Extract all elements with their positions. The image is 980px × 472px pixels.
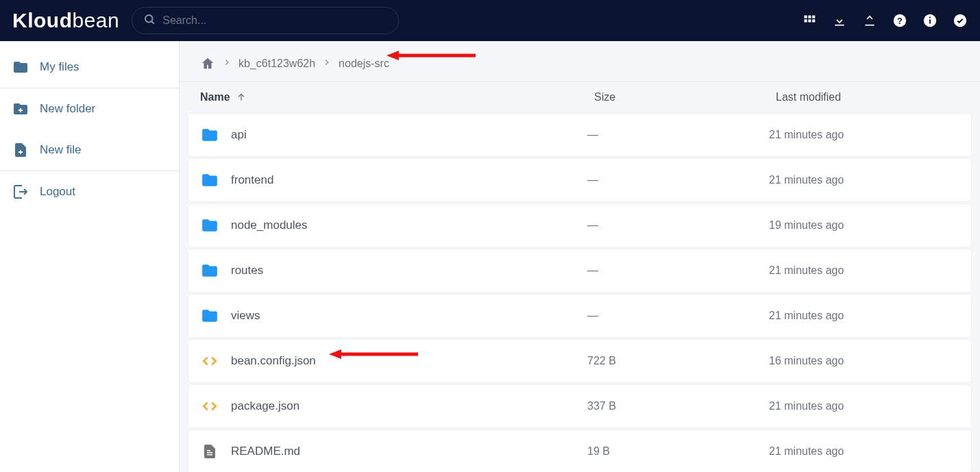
main-content: kb_c6t123w62h nodejs-src Name Size Last …: [180, 41, 980, 472]
table-row[interactable]: routes—21 minutes ago: [188, 249, 972, 293]
table-row[interactable]: node_modules—19 minutes ago: [188, 203, 972, 247]
file-modified: 21 minutes ago: [769, 445, 959, 458]
file-size: 722 B: [587, 355, 769, 367]
folder-icon: [201, 262, 219, 280]
file-name: api: [231, 128, 587, 142]
file-name: bean.config.json: [231, 354, 587, 368]
sort-asc-icon: [236, 92, 247, 103]
help-icon[interactable]: ?: [892, 13, 907, 28]
file-modified: 21 minutes ago: [769, 129, 959, 141]
svg-rect-4: [812, 16, 815, 18]
check-icon[interactable]: [953, 13, 968, 28]
file-modified: 21 minutes ago: [769, 400, 959, 412]
svg-line-1: [152, 21, 154, 23]
file-name: routes: [231, 264, 587, 277]
svg-rect-13: [929, 19, 931, 23]
home-icon[interactable]: [200, 56, 215, 71]
code-file-icon: [201, 352, 219, 370]
svg-rect-2: [805, 16, 807, 18]
svg-point-0: [145, 15, 153, 23]
apps-icon[interactable]: [802, 13, 817, 28]
svg-rect-6: [808, 19, 811, 22]
file-size: —: [587, 310, 769, 322]
breadcrumb: kb_c6t123w62h nodejs-src: [180, 53, 980, 82]
column-header-size[interactable]: Size: [594, 91, 776, 103]
folder-icon: [12, 59, 29, 75]
column-header-modified[interactable]: Last modified: [776, 91, 959, 103]
folder-icon: [201, 307, 219, 325]
svg-text:?: ?: [897, 16, 903, 26]
svg-rect-9: [865, 25, 874, 26]
brand-logo[interactable]: Kloudbean: [12, 9, 119, 32]
new-folder-icon: [12, 101, 29, 117]
sidebar-item-label: My files: [40, 60, 79, 74]
search-input[interactable]: [162, 14, 387, 27]
file-name: views: [231, 309, 587, 323]
table-row[interactable]: bean.config.json722 B16 minutes ago: [188, 339, 972, 383]
download-icon[interactable]: [832, 13, 847, 28]
svg-rect-3: [808, 16, 811, 18]
table-row[interactable]: README.md19 B21 minutes ago: [188, 430, 972, 472]
sidebar-item-label: Logout: [40, 185, 75, 199]
file-modified: 21 minutes ago: [769, 310, 959, 322]
table-header-row: Name Size Last modified: [180, 82, 980, 113]
folder-icon: [201, 171, 219, 189]
sidebar: My files New folder New file Logout: [0, 41, 180, 472]
table-row[interactable]: api—21 minutes ago: [188, 113, 972, 157]
file-size: —: [587, 219, 769, 232]
info-icon[interactable]: [922, 13, 938, 28]
file-name: node_modules: [231, 219, 587, 232]
table-row[interactable]: package.json337 B21 minutes ago: [188, 384, 972, 428]
sidebar-item-label: New folder: [40, 102, 95, 116]
svg-rect-7: [812, 19, 815, 22]
chevron-right-icon: [222, 58, 232, 70]
sidebar-item-logout[interactable]: Logout: [0, 171, 179, 212]
file-rows: api—21 minutes agofrontend—21 minutes ag…: [180, 113, 980, 472]
svg-rect-5: [805, 19, 807, 22]
file-size: 19 B: [587, 445, 769, 458]
topbar: Kloudbean ?: [0, 0, 980, 41]
brand-part-2: bean: [72, 9, 119, 32]
sidebar-item-label: New file: [40, 143, 81, 157]
file-name: package.json: [231, 399, 587, 413]
new-file-icon: [12, 142, 29, 158]
svg-rect-14: [929, 17, 931, 18]
topbar-actions: ?: [802, 13, 968, 28]
folder-icon: [201, 216, 219, 234]
brand-part-1: Kloud: [12, 9, 72, 32]
sidebar-item-new-folder[interactable]: New folder: [0, 88, 179, 129]
file-size: —: [587, 129, 769, 141]
file-modified: 19 minutes ago: [769, 219, 959, 232]
code-file-icon: [201, 397, 219, 415]
file-size: 337 B: [587, 400, 769, 412]
doc-file-icon: [201, 443, 219, 460]
table-row[interactable]: frontend—21 minutes ago: [188, 158, 972, 202]
file-size: —: [587, 174, 769, 186]
search-icon: [143, 13, 156, 28]
file-size: —: [587, 264, 769, 277]
file-modified: 16 minutes ago: [769, 355, 959, 367]
sidebar-item-my-files[interactable]: My files: [0, 47, 179, 88]
file-modified: 21 minutes ago: [769, 174, 959, 186]
search-box[interactable]: [132, 7, 399, 34]
file-modified: 21 minutes ago: [769, 264, 959, 277]
breadcrumb-item[interactable]: kb_c6t123w62h: [238, 58, 315, 70]
file-name: README.md: [231, 445, 587, 458]
logout-icon: [12, 184, 29, 200]
folder-icon: [201, 126, 219, 144]
sidebar-item-new-file[interactable]: New file: [0, 129, 179, 171]
upload-icon[interactable]: [862, 13, 877, 28]
file-name: frontend: [231, 173, 587, 187]
breadcrumb-item-current[interactable]: nodejs-src: [339, 58, 389, 70]
table-row[interactable]: views—21 minutes ago: [188, 294, 972, 338]
chevron-right-icon: [322, 58, 332, 70]
column-header-name[interactable]: Name: [200, 91, 594, 103]
svg-rect-8: [835, 25, 844, 26]
